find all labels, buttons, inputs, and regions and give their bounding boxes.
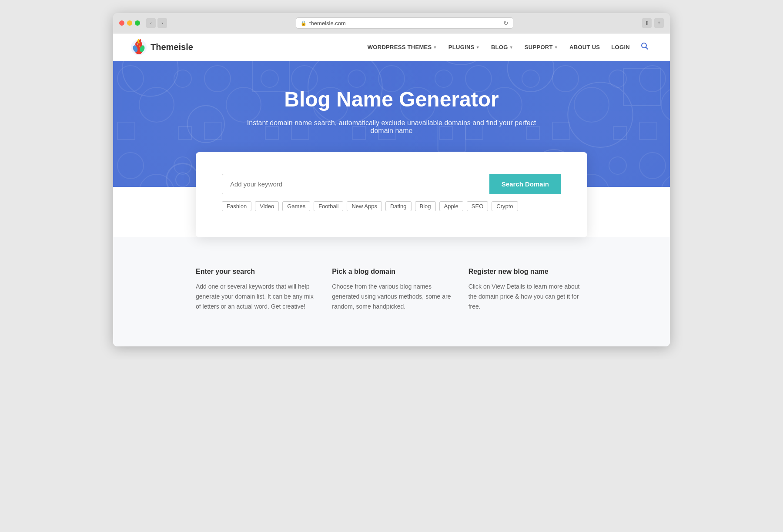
search-card-wrapper: Search Domain Fashion Video Games Footba…	[113, 152, 670, 237]
svg-line-11	[646, 47, 648, 50]
search-input[interactable]	[222, 174, 489, 194]
add-tab-button[interactable]: +	[654, 18, 664, 28]
lock-icon: 🔒	[301, 20, 307, 26]
feature-desc-2: Choose from the various blog names gener…	[332, 282, 451, 312]
search-row: Search Domain	[222, 174, 561, 194]
hero-title: Blog Name Generator	[130, 87, 652, 111]
browser-titlebar: ‹ › 🔒 themeisle.com ↻ ⬆ +	[113, 13, 670, 33]
browser-nav-buttons: ‹ ›	[146, 18, 167, 28]
close-dot[interactable]	[119, 20, 124, 26]
chevron-down-icon: ▼	[554, 45, 558, 50]
features-section: Enter your search Add one or several key…	[113, 237, 670, 346]
forward-button[interactable]: ›	[157, 18, 167, 28]
reload-icon[interactable]: ↻	[503, 20, 509, 27]
chevron-down-icon: ▼	[509, 45, 513, 50]
nav-blog[interactable]: BLOG ▼	[487, 40, 518, 54]
url-text: themeisle.com	[309, 20, 346, 27]
tag-seo[interactable]: SEO	[467, 201, 488, 211]
feature-title-2: Pick a blog domain	[332, 268, 451, 276]
maximize-dot[interactable]	[135, 20, 140, 26]
feature-pick-domain: Pick a blog domain Choose from the vario…	[332, 268, 451, 312]
browser-dots	[119, 20, 140, 26]
tag-new-apps[interactable]: New Apps	[347, 201, 382, 211]
browser-action-buttons: ⬆ +	[642, 18, 664, 28]
keyword-tags: Fashion Video Games Football New Apps Da…	[222, 201, 561, 211]
feature-enter-search: Enter your search Add one or several key…	[196, 268, 315, 312]
tag-fashion[interactable]: Fashion	[222, 201, 251, 211]
site-wrapper: Themeisle WORDPRESS THEMES ▼ PLUGINS ▼ B…	[113, 33, 670, 346]
nav-support[interactable]: SUPPORT ▼	[520, 40, 562, 54]
site-header: Themeisle WORDPRESS THEMES ▼ PLUGINS ▼ B…	[113, 33, 670, 61]
search-icon-button[interactable]	[637, 38, 652, 56]
features-grid: Enter your search Add one or several key…	[196, 268, 587, 312]
browser-window: ‹ › 🔒 themeisle.com ↻ ⬆ +	[113, 13, 670, 346]
nav-plugins[interactable]: PLUGINS ▼	[444, 40, 484, 54]
nav-about-us[interactable]: ABOUT US	[565, 40, 604, 54]
back-button[interactable]: ‹	[146, 18, 156, 28]
tag-apple[interactable]: Apple	[439, 201, 463, 211]
main-nav: WORDPRESS THEMES ▼ PLUGINS ▼ BLOG ▼ SUPP…	[363, 38, 652, 56]
nav-login[interactable]: LOGIN	[607, 40, 634, 54]
logo-icon	[130, 39, 147, 56]
tag-video[interactable]: Video	[255, 201, 279, 211]
nav-wordpress-themes[interactable]: WORDPRESS THEMES ▼	[363, 40, 442, 54]
feature-desc-1: Add one or several keywords that will he…	[196, 282, 315, 312]
feature-desc-3: Click on View Details to learn more abou…	[468, 282, 587, 312]
feature-title-3: Register new blog name	[468, 268, 587, 276]
feature-register: Register new blog name Click on View Det…	[468, 268, 587, 312]
feature-title-1: Enter your search	[196, 268, 315, 276]
tag-games[interactable]: Games	[282, 201, 310, 211]
svg-point-27	[442, 61, 479, 65]
share-button[interactable]: ⬆	[642, 18, 652, 28]
search-icon	[640, 42, 649, 50]
hero-subtitle: Instant domain name search, automaticall…	[239, 119, 544, 135]
logo[interactable]: Themeisle	[130, 39, 193, 56]
minimize-dot[interactable]	[127, 20, 132, 26]
tag-crypto[interactable]: Crypto	[492, 201, 518, 211]
address-bar[interactable]: 🔒 themeisle.com ↻	[296, 17, 513, 29]
tag-dating[interactable]: Dating	[385, 201, 412, 211]
logo-text: Themeisle	[151, 42, 193, 52]
search-domain-button[interactable]: Search Domain	[489, 174, 561, 194]
tag-football[interactable]: Football	[314, 201, 343, 211]
chevron-down-icon: ▼	[433, 45, 437, 50]
svg-point-7	[137, 43, 138, 44]
tag-blog[interactable]: Blog	[415, 201, 436, 211]
search-card: Search Domain Fashion Video Games Footba…	[196, 152, 587, 237]
chevron-down-icon: ▼	[476, 45, 480, 50]
